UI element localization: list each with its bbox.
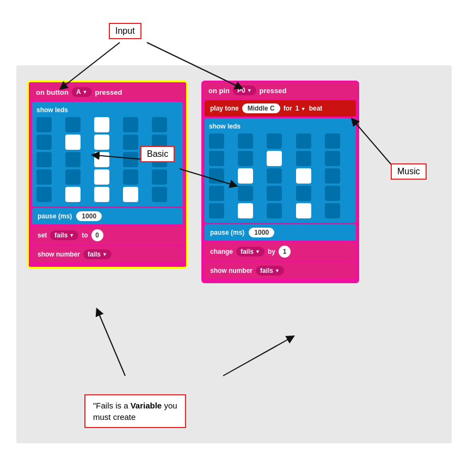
right-show-leds: show leds (205, 118, 356, 223)
left-show-leds-label: show leds (36, 106, 178, 114)
right-pause-val: 1000 (249, 228, 274, 237)
led-cell[interactable] (267, 133, 282, 149)
led-cell[interactable] (94, 117, 109, 132)
led-cell[interactable] (267, 168, 282, 184)
led-cell[interactable] (65, 135, 81, 150)
led-cell[interactable] (267, 203, 282, 218)
led-cell[interactable] (65, 152, 81, 167)
led-cell[interactable] (65, 187, 81, 202)
left-pressed-label: pressed (95, 88, 122, 96)
right-on-label: on pin (208, 87, 230, 95)
right-change-val: 1 (279, 246, 291, 258)
led-cell[interactable] (238, 151, 253, 166)
right-pin-dropdown[interactable]: P0 ▼ (233, 86, 256, 95)
left-pause-block: pause (ms) 1000 (32, 208, 183, 224)
led-cell[interactable] (36, 117, 52, 132)
variable-note-text3: must create (93, 412, 136, 422)
led-cell[interactable] (65, 169, 81, 185)
led-cell[interactable] (209, 203, 224, 218)
music-annotation: Music (391, 163, 427, 180)
led-cell[interactable] (94, 152, 109, 167)
led-cell[interactable] (325, 168, 340, 184)
variable-note-text2: you (162, 401, 177, 410)
right-block-header: on pin P0 ▼ pressed (203, 82, 358, 99)
led-cell[interactable] (123, 187, 138, 202)
left-button-dropdown[interactable]: A ▼ (72, 87, 92, 97)
left-to-val: 0 (91, 229, 103, 241)
right-tone-for: for (284, 105, 292, 112)
left-pause-val: 1000 (76, 211, 102, 221)
led-cell[interactable] (238, 168, 253, 184)
right-play-tone-label: play tone (210, 105, 239, 112)
led-cell[interactable] (152, 117, 167, 132)
led-cell[interactable] (65, 117, 81, 132)
led-cell[interactable] (296, 168, 311, 184)
led-cell[interactable] (123, 117, 138, 132)
led-cell[interactable] (325, 203, 340, 218)
led-cell[interactable] (296, 186, 311, 201)
led-cell[interactable] (296, 203, 311, 218)
right-block: on pin P0 ▼ pressed play tone Middle C f… (201, 81, 359, 283)
left-show-number-block: show number fails ▼ (32, 246, 183, 263)
basic-annotation: Basic (140, 146, 175, 162)
led-cell[interactable] (209, 133, 224, 149)
led-cell[interactable] (296, 133, 311, 149)
led-cell[interactable] (209, 151, 224, 166)
variable-note-box: "Fails is a Variable you must create (84, 394, 186, 428)
input-annotation: Input (109, 23, 141, 39)
right-tone-beat: beat (309, 105, 323, 112)
variable-note-text1: "Fails is a (93, 401, 131, 410)
led-cell[interactable] (36, 169, 52, 185)
right-pressed-label: pressed (260, 87, 287, 95)
led-cell[interactable] (238, 133, 253, 149)
led-cell[interactable] (209, 186, 224, 201)
led-cell[interactable] (152, 187, 167, 202)
right-show-leds-label: show leds (209, 123, 352, 130)
right-change-by: by (268, 248, 275, 255)
led-cell[interactable] (36, 152, 52, 167)
led-cell[interactable] (36, 187, 52, 202)
right-change-var[interactable]: fails ▼ (236, 247, 264, 257)
led-cell[interactable] (123, 135, 138, 150)
led-cell[interactable] (238, 186, 253, 201)
left-show-num-label: show number (38, 251, 80, 258)
left-var-pill[interactable]: fails ▼ (50, 230, 78, 240)
led-cell[interactable] (36, 135, 52, 150)
led-cell[interactable] (325, 133, 340, 149)
right-led-grid (209, 133, 352, 218)
led-cell[interactable] (94, 135, 109, 150)
led-cell[interactable] (94, 187, 109, 202)
left-on-label: on button (36, 88, 69, 96)
led-cell[interactable] (267, 186, 282, 201)
led-cell[interactable] (325, 151, 340, 166)
left-show-num-var[interactable]: fails ▼ (83, 249, 112, 259)
led-cell[interactable] (325, 186, 340, 201)
variable-bold: Variable (131, 401, 162, 410)
led-cell[interactable] (296, 151, 311, 166)
led-cell[interactable] (238, 203, 253, 218)
right-tone-note: Middle C (242, 103, 280, 113)
led-cell[interactable] (94, 169, 109, 185)
left-to-label: to (82, 231, 88, 239)
left-set-block: set fails ▼ to 0 (32, 226, 183, 245)
led-cell[interactable] (209, 168, 224, 184)
led-cell[interactable] (267, 151, 282, 166)
right-pause-label: pause (ms) (210, 229, 244, 236)
led-cell[interactable] (123, 169, 138, 185)
left-set-label: set (38, 231, 47, 239)
left-block-header: on button A ▼ pressed (30, 84, 184, 100)
right-show-number-block: show number fails ▼ (205, 263, 356, 279)
led-cell[interactable] (152, 169, 167, 185)
led-cell[interactable] (123, 152, 138, 167)
right-play-tone-block: play tone Middle C for 1 ▼ beat (205, 100, 356, 117)
left-pause-label: pause (ms) (38, 212, 72, 220)
left-block: on button A ▼ pressed show leds pause (m… (27, 81, 188, 268)
right-show-num-var[interactable]: fails ▼ (256, 266, 284, 276)
right-change-label: change (210, 248, 233, 255)
right-change-block: change fails ▼ by 1 (205, 242, 356, 261)
right-pause-block: pause (ms) 1000 (205, 224, 356, 241)
right-tone-num-dropdown[interactable]: 1 ▼ (295, 105, 306, 112)
right-show-num-label: show number (210, 267, 253, 274)
